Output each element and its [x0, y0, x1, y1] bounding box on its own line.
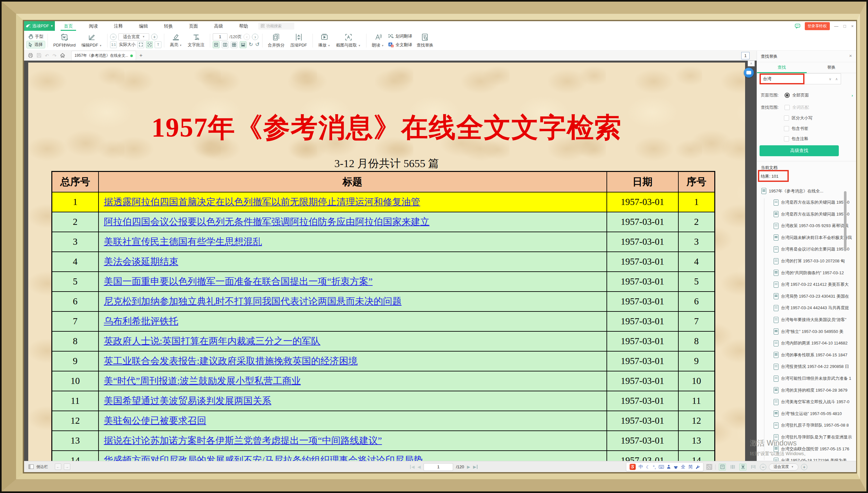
chevron-right-icon[interactable]: ›: [852, 93, 853, 98]
menu-tab-read[interactable]: 阅读: [87, 21, 100, 31]
redo-icon[interactable]: ↷: [52, 53, 57, 58]
search-result-item[interactable]: 台湾的支持的程度 1957-04-28 3679: [774, 386, 856, 395]
status-two-column-icon[interactable]: [729, 464, 736, 471]
status-zoom-in-button[interactable]: +: [801, 464, 807, 470]
document-viewport[interactable]: 1957年《参考消息》在线全文文字检索 3-12 月份共计 5655 篇 总序号…: [24, 61, 757, 461]
page-number-input[interactable]: [213, 34, 228, 40]
advanced-find-button[interactable]: 高级查找: [760, 145, 839, 156]
article-link[interactable]: 乌布利希批评铁托: [104, 316, 178, 326]
ime-mode-chinese[interactable]: 中: [639, 464, 643, 470]
ime-skin-icon[interactable]: [667, 465, 671, 469]
article-link[interactable]: 美驻匈公使已被要求召回: [104, 415, 206, 426]
page-indicator-badge[interactable]: 1: [741, 52, 749, 59]
zoom-in-button[interactable]: +: [151, 34, 157, 40]
ime-logo[interactable]: S: [630, 464, 636, 470]
search-result-item[interactable]: 台湾交由联合国托管 1957-05-15 176: [774, 444, 856, 454]
home-icon[interactable]: [60, 53, 65, 58]
checkbox-include-annotations[interactable]: [784, 136, 789, 142]
tab-find[interactable]: 查找: [757, 62, 807, 73]
ime-wrench-icon[interactable]: [696, 465, 700, 469]
article-link[interactable]: 美法会谈延期结束: [104, 256, 178, 266]
zoom-out-button[interactable]: −: [110, 34, 117, 40]
fit-text-icon[interactable]: T: [155, 41, 162, 48]
article-link[interactable]: 华盛顿方面对印尼政局的发展感到不安/马尼拉条约组织理事会将讨论印尼局势: [104, 455, 423, 461]
floating-assistant-button[interactable]: [744, 68, 754, 78]
search-result-item[interactable]: 台湾“独立运动” 1957-05-05 4810: [774, 409, 856, 419]
highlight-button[interactable]: 高亮 ▼: [167, 31, 185, 50]
search-result-item[interactable]: 台湾局势 1957-03-23 430431 美国在: [774, 292, 856, 301]
first-page-button[interactable]: ◀: [410, 465, 415, 469]
panel-scrollbar-thumb[interactable]: [844, 191, 847, 251]
status-zoom-out-button[interactable]: −: [760, 464, 766, 470]
find-next-icon[interactable]: ∨: [829, 73, 831, 84]
ime-keyboard-icon[interactable]: [659, 465, 664, 469]
sidebar-toggle-label[interactable]: 侧边栏: [36, 464, 48, 470]
menu-tab-home[interactable]: 首页: [62, 21, 75, 31]
continuous-scroll-icon[interactable]: [240, 41, 247, 48]
rotate-cw-icon[interactable]: ↻: [249, 42, 253, 47]
status-page-input[interactable]: [424, 463, 453, 471]
undo-icon[interactable]: ↶: [45, 53, 49, 58]
article-link[interactable]: 美国希望通过美波贸易谈判发展两国关系: [104, 395, 272, 406]
text-annotation-button[interactable]: 文字批注: [185, 31, 207, 50]
feedback-chat-icon[interactable]: [795, 24, 800, 28]
single-page-view-icon[interactable]: [213, 41, 219, 48]
search-result-item[interactable]: 台湾 1957-05-18 2171196 美报为美: [774, 456, 856, 461]
maximize-button[interactable]: □: [844, 24, 846, 28]
background-pattern-icon[interactable]: [706, 464, 712, 470]
select-tool-button[interactable]: 选择: [27, 41, 45, 48]
edit-pdf-button[interactable]: 编辑PDF ▼: [79, 31, 105, 50]
article-link[interactable]: 美联社宣传民主德国有些学生思想混乱: [104, 236, 262, 246]
next-page-button[interactable]: ›: [252, 34, 258, 40]
search-result-item[interactable]: 台湾的事务性联系 1957-04-15 1847: [774, 350, 856, 360]
read-aloud-button[interactable]: 朗读 ▼: [369, 31, 387, 50]
menu-tab-page[interactable]: 页面: [187, 21, 200, 31]
prev-page-button[interactable]: ‹: [244, 34, 250, 40]
article-link[interactable]: 英政府人士说:英国打算在两年内裁减三分之一的军队: [104, 336, 321, 346]
actual-size-icon[interactable]: 1:1: [110, 41, 117, 48]
close-button[interactable]: ×: [851, 24, 853, 28]
article-link[interactable]: 美国一面重申要以色列撤军一面准备在联合国提出一项“折衷方案”: [104, 276, 373, 286]
history-back-button[interactable]: ←: [55, 464, 61, 470]
search-result-item[interactable]: 台湾 1957-03-22 411412 美英百慕大: [774, 280, 856, 289]
fit-width-icon[interactable]: [146, 41, 153, 48]
hand-tool-button[interactable]: 手型: [27, 33, 45, 40]
app-logo-button[interactable]: 迅读PDF▼: [24, 21, 55, 31]
find-replace-button[interactable]: 查找替换: [414, 31, 436, 50]
search-result-item[interactable]: 台湾可能性日增但并未放弃武力准备 1: [774, 374, 856, 383]
ime-punctuation-icon[interactable]: °,: [653, 465, 656, 470]
minimize-button[interactable]: —: [834, 24, 839, 28]
fit-page-icon[interactable]: [137, 41, 144, 48]
search-result-root[interactable]: 1957年《参考消息》在线全...: [761, 188, 823, 194]
next-page-button[interactable]: ▶: [467, 465, 470, 469]
function-search-box[interactable]: 功能搜索: [258, 22, 294, 29]
checkbox-whole-word[interactable]: [785, 105, 790, 110]
article-link[interactable]: 尼克松到加纳参加独立典礼时不打算同我国代表讨论两国悬而未决的问题: [104, 296, 402, 306]
search-result-item[interactable]: 台湾内部的两派 1957-04-10 114682: [774, 338, 856, 348]
zoom-level-dropdown[interactable]: 适合宽度▼: [119, 34, 149, 40]
page-range-value[interactable]: 全部页面: [792, 92, 809, 98]
radio-all-pages[interactable]: [785, 93, 790, 98]
history-forward-button[interactable]: →: [64, 464, 70, 470]
collapse-up-button[interactable]: ∧: [748, 61, 755, 66]
add-tab-button[interactable]: +: [139, 52, 143, 59]
tab-replace[interactable]: 替换: [807, 62, 856, 73]
rotate-ccw-icon[interactable]: ↺: [255, 42, 259, 47]
status-single-page-icon[interactable]: [719, 464, 726, 471]
status-continuous-icon[interactable]: [739, 464, 746, 471]
capture-extract-button[interactable]: 截图与提取 ▼: [333, 31, 364, 50]
search-result-item[interactable]: 台湾驻扎导弹部队是为了要在亚洲显示: [774, 432, 856, 442]
play-button[interactable]: 播放 ▼: [315, 31, 333, 50]
two-page-view-icon[interactable]: [222, 41, 229, 48]
article-link[interactable]: 据说在讨论苏加诺方案时各伊斯兰党曾考虑提出一项“中间路线建议”: [104, 435, 382, 446]
actual-size-label[interactable]: 实际大小: [119, 42, 135, 47]
full-translate-button[interactable]: 全文翻译: [387, 41, 414, 48]
menu-tab-edit[interactable]: 编辑: [137, 21, 150, 31]
print-icon[interactable]: [28, 53, 33, 58]
search-result-item[interactable]: 台湾每年要接待大批美国议员“游客”: [774, 315, 856, 325]
menu-tab-help[interactable]: 帮助: [237, 21, 250, 31]
search-result-item[interactable]: 台湾 1957-03-24 442443 马共再度提: [774, 303, 856, 313]
search-result-item[interactable]: 台湾驻扎原子导弹部队 1957-05-08 8: [774, 421, 856, 430]
search-result-item[interactable]: 台湾的打算 1957-03-10 207208 匈: [774, 256, 856, 266]
ime-fullwidth-icon[interactable]: 全: [681, 464, 685, 470]
